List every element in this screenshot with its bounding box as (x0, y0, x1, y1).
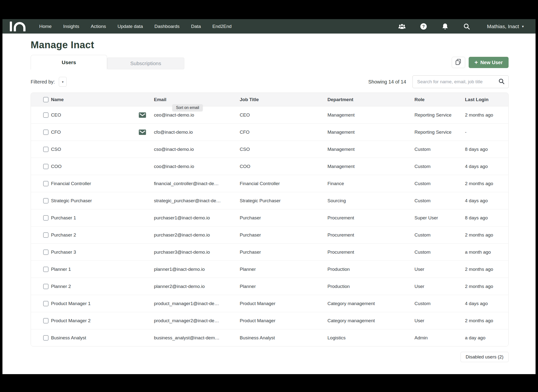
cell-email: coo@inact-demo.io (154, 164, 240, 169)
table-row[interactable]: CSO cso@inact-demo.io CSO Management Cus… (31, 141, 508, 158)
nav-item[interactable]: Dashboards (154, 24, 179, 29)
row-checkbox[interactable] (43, 112, 49, 118)
cell-role: User (414, 267, 465, 272)
column-header-email[interactable]: Email (154, 97, 240, 102)
cell-last-login: 4 days ago (465, 301, 503, 306)
tab-users-label: Users (62, 59, 76, 65)
cell-department: Procurement (327, 249, 414, 255)
cell-name: Product Manager 1 (51, 301, 139, 306)
mail-icon[interactable] (139, 130, 154, 135)
users-table: Name Email Job Title Department Role Las… (31, 93, 509, 346)
column-header-job-title[interactable]: Job Title (240, 97, 327, 102)
cell-department: Management (327, 164, 414, 169)
cell-job-title: Financial Controller (240, 181, 327, 186)
column-header-last-login[interactable]: Last Login (465, 97, 503, 102)
cell-email: purchaser1@inact-demo.io (154, 215, 240, 221)
row-checkbox[interactable] (43, 249, 49, 255)
cell-name: CSO (51, 147, 139, 152)
cell-role: Custom (414, 181, 465, 186)
cell-last-login: a day ago (465, 335, 503, 341)
row-checkbox[interactable] (43, 318, 49, 323)
table-row[interactable]: Planner 1 planner1@inact-demo.io Planner… (31, 261, 508, 278)
row-checkbox[interactable] (43, 267, 49, 272)
cell-department: Procurement (327, 215, 414, 221)
nav-item[interactable]: End2End (213, 24, 232, 29)
cell-name: Planner 1 (51, 267, 139, 272)
cell-job-title: Planner (240, 284, 327, 289)
select-all-checkbox[interactable] (43, 97, 49, 102)
copy-button[interactable] (452, 57, 465, 68)
table-header: Name Email Job Title Department Role Las… (31, 93, 508, 106)
row-checkbox[interactable] (43, 232, 49, 238)
column-header-name[interactable]: Name (51, 97, 139, 102)
nav-item[interactable]: Insights (63, 24, 79, 29)
cell-last-login: 2 months ago (465, 284, 503, 289)
nav-item[interactable]: Actions (91, 24, 106, 29)
new-user-button-label: New User (480, 60, 503, 65)
cell-job-title: CSO (240, 147, 327, 152)
cell-role: Reporting Service (414, 130, 465, 135)
help-icon[interactable]: ? (420, 23, 427, 30)
cell-job-title: COO (240, 164, 327, 169)
row-checkbox[interactable] (43, 164, 49, 169)
mail-icon[interactable] (139, 112, 154, 118)
table-row[interactable]: Strategic Purchaser strategic_purchaser@… (31, 192, 508, 209)
column-header-department[interactable]: Department (327, 97, 414, 102)
filter-right: Showing 14 of 14 (368, 75, 509, 88)
cell-role: User (414, 284, 465, 289)
top-navbar: HomeInsightsActionsUpdate dataDashboards… (2, 19, 536, 34)
new-user-button[interactable]: + New User (469, 57, 509, 68)
cell-role: Reporting Service (414, 112, 465, 118)
nav-item[interactable]: Data (191, 24, 201, 29)
table-row[interactable]: Purchaser 2 purchaser2@inact-demo.io Pur… (31, 226, 508, 243)
filter-dropdown[interactable]: ▾ (59, 77, 67, 87)
showing-count: Showing 14 of 14 (368, 79, 406, 85)
users-group-icon[interactable] (398, 23, 406, 30)
row-checkbox[interactable] (43, 284, 49, 289)
nav-item[interactable]: Home (39, 24, 52, 29)
table-row[interactable]: Purchaser 1 purchaser1@inact-demo.io Pur… (31, 209, 508, 226)
table-row[interactable]: CEO ceo@inact-demo.io CEO Management Rep… (31, 106, 508, 123)
cell-department: Logistics (327, 335, 414, 341)
copy-icon (455, 59, 462, 66)
cell-job-title: Business Analyst (240, 335, 327, 341)
inact-logo[interactable] (10, 22, 25, 31)
table-row[interactable]: Financial Controller financial_controlle… (31, 175, 508, 192)
nav-item[interactable]: Update data (117, 24, 143, 29)
search-input[interactable] (417, 79, 499, 84)
cell-last-login: a month ago (465, 249, 503, 255)
cell-name: Product Manager 2 (51, 318, 139, 323)
row-checkbox[interactable] (43, 198, 49, 203)
row-checkbox[interactable] (43, 130, 49, 135)
tab-subscriptions-label: Subscriptions (130, 60, 161, 66)
cell-department: Sourcing (327, 198, 414, 203)
table-row[interactable]: CFO cfo@inact-demo.io CFO Management Rep… (31, 123, 508, 141)
table-row[interactable]: Business Analyst business_analyst@inact-… (31, 329, 508, 346)
row-checkbox[interactable] (43, 181, 49, 186)
cell-name: Business Analyst (51, 335, 139, 341)
cell-last-login: 2 months ago (465, 181, 503, 186)
row-checkbox[interactable] (43, 147, 49, 152)
table-row[interactable]: Purchaser 3 purchaser3@inact-demo.io Pur… (31, 243, 508, 261)
table-row[interactable]: Planner 2 planner2@inact-demo.io Planner… (31, 278, 508, 295)
search-icon[interactable] (463, 23, 470, 30)
cell-department: Production (327, 284, 414, 289)
table-row[interactable]: Product Manager 1 product_manager1@inact… (31, 295, 508, 312)
column-header-role[interactable]: Role (414, 97, 465, 102)
cell-department: Management (327, 130, 414, 135)
table-row[interactable]: Product Manager 2 product_manager2@inact… (31, 312, 508, 329)
cell-name: CFO (51, 130, 139, 135)
cell-email: purchaser2@inact-demo.io (154, 232, 240, 238)
search-icon[interactable] (499, 78, 504, 85)
row-checkbox[interactable] (43, 301, 49, 306)
tab-subscriptions[interactable]: Subscriptions (107, 58, 184, 69)
table-row[interactable]: COO coo@inact-demo.io COO Management Cus… (31, 158, 508, 175)
row-checkbox[interactable] (43, 215, 49, 221)
cell-job-title: Product Manager (240, 318, 327, 323)
disabled-users-button[interactable]: Disabled users (2) (461, 352, 509, 362)
notifications-bell-icon[interactable] (441, 23, 449, 30)
cell-name: CEO (51, 112, 139, 118)
user-menu[interactable]: Mathias, Inact ▾ (487, 24, 524, 29)
tab-users[interactable]: Users (31, 55, 107, 70)
row-checkbox[interactable] (43, 335, 49, 341)
